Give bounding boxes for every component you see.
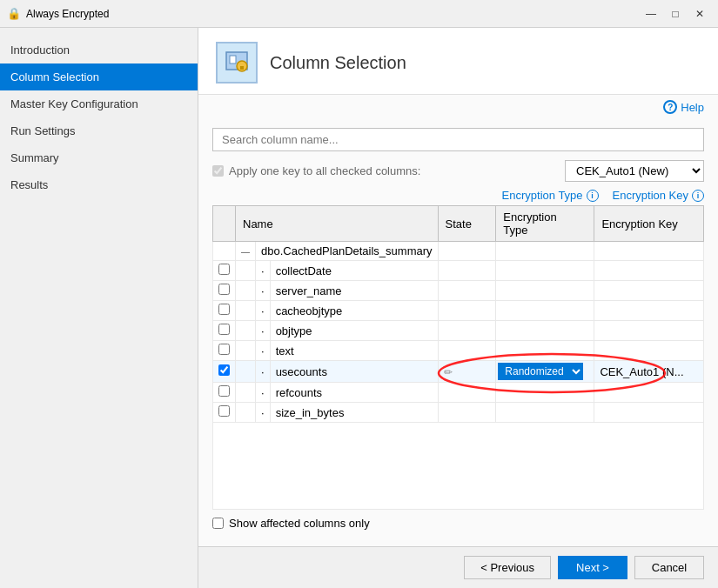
col-checkbox[interactable] bbox=[218, 324, 230, 335]
col-checkbox[interactable] bbox=[218, 304, 230, 315]
page-title: Column Selection bbox=[270, 53, 406, 73]
db-enc-type-cell bbox=[496, 242, 594, 261]
encryption-type-info-icon: i bbox=[587, 190, 599, 202]
col-header-checkbox bbox=[213, 206, 236, 242]
apply-key-row: Apply one key to all checked columns: CE… bbox=[212, 160, 704, 182]
encryption-type-label: Encryption Type bbox=[502, 189, 583, 202]
key-dropdown[interactable]: CEK_Auto1 (New) bbox=[565, 160, 704, 182]
col-name-cell: server_name bbox=[270, 281, 438, 301]
next-button[interactable]: Next > bbox=[558, 556, 627, 579]
col-header-enc-type: EncryptionType bbox=[496, 206, 594, 242]
db-enc-key-cell bbox=[594, 242, 704, 261]
help-bar: ? Help bbox=[198, 95, 718, 119]
col-checkbox[interactable] bbox=[218, 385, 230, 397]
svg-rect-1 bbox=[230, 56, 236, 63]
table-row-usecounts: · usecounts ✏ Randomized Deterministic N… bbox=[213, 361, 704, 383]
col-name-cell: objtype bbox=[270, 321, 438, 341]
col-enc-type-cell bbox=[496, 261, 594, 281]
sidebar-item-summary[interactable]: Summary bbox=[0, 144, 198, 171]
header-icon bbox=[216, 42, 258, 84]
title-bar: 🔒 Always Encrypted — □ ✕ bbox=[0, 0, 718, 28]
col-checkbox[interactable] bbox=[218, 344, 230, 355]
sidebar-item-introduction[interactable]: Introduction bbox=[0, 37, 198, 63]
expand-cell: — bbox=[236, 242, 256, 261]
table-row: · server_name bbox=[213, 281, 704, 301]
row-checkbox-cell[interactable] bbox=[213, 261, 236, 281]
col-checkbox[interactable] bbox=[218, 284, 230, 295]
help-label: Help bbox=[681, 101, 704, 114]
col-enc-key-cell-usecounts: CEK_Auto1 (N... bbox=[594, 361, 704, 383]
encryption-key-info-icon: i bbox=[692, 190, 704, 202]
encryption-key-label: Encryption Key bbox=[613, 189, 688, 202]
col-name-cell: size_in_bytes bbox=[270, 403, 438, 423]
columns-table: Name State EncryptionType Encryption Key… bbox=[212, 205, 704, 510]
apply-key-label: Apply one key to all checked columns: bbox=[229, 164, 420, 177]
maximize-button[interactable]: □ bbox=[664, 5, 687, 23]
col-enc-key-cell bbox=[594, 261, 704, 281]
encryption-type-dropdown[interactable]: Randomized Deterministic None bbox=[498, 363, 583, 380]
table-row: · refcounts bbox=[213, 383, 704, 403]
table-row: · collectDate bbox=[213, 261, 704, 281]
table-row: — dbo.CachedPlanDetails_summary bbox=[213, 242, 704, 261]
col-checkbox[interactable] bbox=[218, 264, 230, 275]
table-row: · text bbox=[213, 341, 704, 361]
row-checkbox-cell bbox=[213, 242, 236, 261]
previous-button[interactable]: < Previous bbox=[464, 556, 551, 579]
table-row: · cacheobjtype bbox=[213, 301, 704, 321]
encryption-type-info[interactable]: Encryption Type i bbox=[502, 189, 599, 202]
content-area: Column Selection ? Help Apply one key to… bbox=[198, 28, 718, 588]
encryption-info-row: Encryption Type i Encryption Key i bbox=[212, 189, 704, 202]
minimize-button[interactable]: — bbox=[640, 5, 662, 23]
apply-key-left: Apply one key to all checked columns: bbox=[212, 164, 420, 177]
help-link[interactable]: ? Help bbox=[663, 100, 704, 114]
content-body: Apply one key to all checked columns: CE… bbox=[198, 119, 718, 546]
col-checkbox-usecounts[interactable] bbox=[218, 364, 230, 376]
collapse-icon[interactable]: — bbox=[241, 247, 250, 257]
sidebar-item-column-selection[interactable]: Column Selection bbox=[0, 63, 198, 90]
table-row: · objtype bbox=[213, 321, 704, 341]
window-controls: — □ ✕ bbox=[640, 5, 711, 23]
col-header-state: State bbox=[438, 206, 496, 242]
sidebar-item-master-key-config[interactable]: Master Key Configuration bbox=[0, 90, 198, 117]
help-icon: ? bbox=[663, 100, 677, 114]
svg-rect-3 bbox=[240, 66, 244, 70]
col-name-cell: collectDate bbox=[270, 261, 438, 281]
footer: < Previous Next > Cancel bbox=[198, 546, 718, 588]
encryption-key-info[interactable]: Encryption Key i bbox=[613, 189, 704, 202]
col-header-name: Name bbox=[236, 206, 439, 242]
col-enc-type-cell-usecounts[interactable]: Randomized Deterministic None bbox=[496, 361, 594, 383]
app-title: Always Encrypted bbox=[26, 8, 640, 20]
close-button[interactable]: ✕ bbox=[688, 5, 711, 23]
col-checkbox[interactable] bbox=[218, 405, 230, 417]
table-container: Name State EncryptionType Encryption Key… bbox=[212, 205, 704, 510]
col-header-enc-key: Encryption Key bbox=[594, 206, 704, 242]
sidebar-item-results[interactable]: Results bbox=[0, 171, 198, 198]
db-table-name: dbo.CachedPlanDetails_summary bbox=[261, 244, 433, 257]
search-input[interactable] bbox=[212, 128, 704, 151]
col-state-cell-usecounts: ✏ bbox=[438, 361, 496, 383]
pencil-icon: ✏ bbox=[444, 366, 453, 378]
table-row: · size_in_bytes bbox=[213, 403, 704, 423]
col-state-cell bbox=[438, 261, 496, 281]
main-container: Introduction Column Selection Master Key… bbox=[0, 28, 718, 588]
show-affected-row: Show affected columns only bbox=[212, 517, 704, 530]
col-name-cell: cacheobjtype bbox=[270, 301, 438, 321]
col-name-cell-usecounts: usecounts bbox=[270, 361, 438, 383]
sidebar: Introduction Column Selection Master Key… bbox=[0, 28, 198, 588]
cancel-button[interactable]: Cancel bbox=[634, 556, 704, 579]
db-state-cell bbox=[438, 242, 496, 261]
app-icon: 🔒 bbox=[7, 7, 21, 21]
apply-key-checkbox[interactable] bbox=[212, 165, 224, 177]
content-header: Column Selection bbox=[198, 28, 718, 95]
sidebar-item-run-settings[interactable]: Run Settings bbox=[0, 117, 198, 144]
col-name-cell: text bbox=[270, 341, 438, 361]
col-name-cell: refcounts bbox=[270, 383, 438, 403]
show-affected-checkbox[interactable] bbox=[212, 518, 224, 529]
show-affected-label: Show affected columns only bbox=[229, 517, 370, 530]
db-name-cell: dbo.CachedPlanDetails_summary bbox=[256, 242, 439, 261]
